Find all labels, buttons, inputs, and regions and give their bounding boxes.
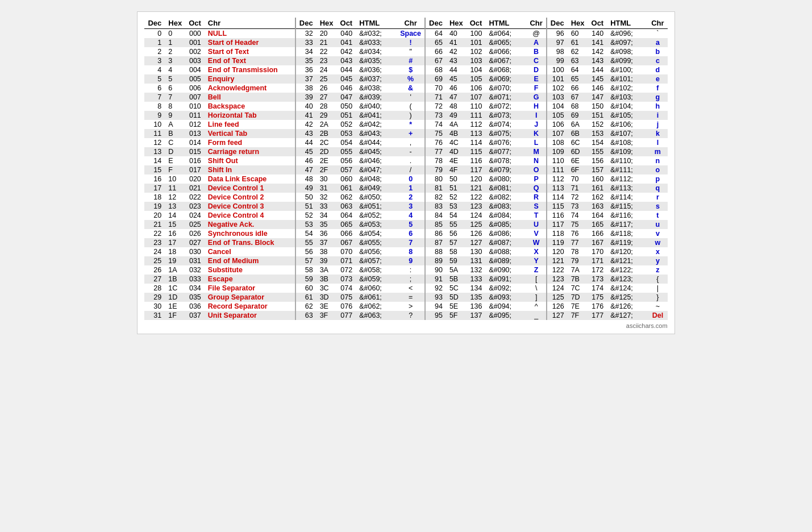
cell-dec4: 100	[547, 65, 568, 74]
cell-html3: &#093;	[485, 293, 526, 302]
cell-dec: 30	[144, 302, 165, 311]
cell-oct: 023	[185, 202, 205, 211]
cell-hex4: 7E	[568, 302, 588, 311]
cell-chr2: ;	[397, 275, 425, 284]
cell-chr4: r	[648, 193, 667, 202]
cell-oct2: 054	[337, 138, 356, 147]
cell-hex: 10	[165, 174, 185, 184]
cell-dec: 8	[144, 102, 165, 111]
table-row: 2115025Negative Ack.5335065&#053;5855512…	[144, 220, 667, 229]
cell-html3: &#070;	[485, 84, 526, 93]
cell-hex: 14	[165, 211, 185, 220]
cell-oct3: 112	[467, 120, 486, 129]
cell-hex2: 2C	[317, 138, 337, 147]
cell-chr3: G	[526, 93, 546, 102]
header-html-4: HTML	[607, 18, 648, 29]
cell-name: File Separator	[205, 284, 295, 293]
cell-html2: &#060;	[356, 284, 397, 293]
cell-oct4: 166	[588, 229, 607, 238]
cell-hex3: 53	[446, 202, 467, 211]
cell-hex: C	[165, 138, 185, 147]
cell-oct2: 053	[337, 129, 356, 138]
cell-html3: &#071;	[485, 93, 526, 102]
header-oct-1: Oct	[185, 18, 205, 29]
cell-html3: &#064;	[485, 29, 526, 39]
cell-hex4: 71	[568, 184, 588, 193]
cell-chr2: +	[397, 129, 425, 138]
cell-chr4: h	[648, 102, 667, 111]
cell-dec2: 59	[295, 275, 317, 284]
cell-oct3: 107	[467, 93, 486, 102]
cell-chr3: Z	[526, 265, 546, 275]
table-row: 2317027End of Trans. Block5537067&#055;7…	[144, 238, 667, 247]
cell-oct3: 134	[467, 284, 486, 293]
cell-hex: A	[165, 120, 185, 129]
cell-hex4: 67	[568, 93, 588, 102]
cell-oct3: 120	[467, 174, 486, 184]
cell-hex3: 54	[446, 211, 467, 220]
cell-dec4: 101	[547, 74, 568, 84]
cell-dec3: 89	[425, 256, 446, 265]
cell-hex4: 75	[568, 220, 588, 229]
cell-dec2: 40	[295, 102, 317, 111]
cell-html2: &#045;	[356, 147, 397, 156]
cell-oct2: 076	[337, 302, 356, 311]
cell-dec3: 84	[425, 211, 446, 220]
cell-dec2: 45	[295, 147, 317, 156]
cell-hex: E	[165, 156, 185, 165]
cell-dec2: 61	[295, 293, 317, 302]
cell-hex2: 36	[317, 229, 337, 238]
cell-hex: 19	[165, 256, 185, 265]
cell-oct2: 047	[337, 93, 356, 102]
cell-name: Carriage return	[205, 147, 295, 156]
cell-html2: &#035;	[356, 56, 397, 65]
cell-oct: 007	[185, 93, 205, 102]
cell-name: End of Transmission	[205, 65, 295, 74]
cell-dec: 4	[144, 65, 165, 74]
cell-chr2: *	[397, 120, 425, 129]
cell-oct4: 164	[588, 211, 607, 220]
cell-dec2: 32	[295, 29, 317, 39]
cell-chr4: x	[648, 247, 667, 256]
cell-html4: &#122;	[607, 265, 648, 275]
cell-oct: 022	[185, 193, 205, 202]
cell-chr2: 3	[397, 202, 425, 211]
cell-dec3: 78	[425, 156, 446, 165]
cell-hex4: 7B	[568, 275, 588, 284]
cell-html2: &#037;	[356, 74, 397, 84]
cell-hex2: 35	[317, 220, 337, 229]
cell-dec: 0	[144, 29, 165, 39]
cell-html2: &#046;	[356, 156, 397, 165]
cell-oct2: 061	[337, 184, 356, 193]
cell-dec3: 65	[425, 38, 446, 47]
cell-hex2: 34	[317, 211, 337, 220]
cell-chr2: "	[397, 47, 425, 56]
cell-oct3: 104	[467, 65, 486, 74]
cell-chr3: S	[526, 202, 546, 211]
cell-html2: &#041;	[356, 111, 397, 120]
cell-oct4: 146	[588, 84, 607, 93]
table-row: 77007Bell3927047&#039;'7147107&#071;G103…	[144, 93, 667, 102]
cell-dec3: 80	[425, 174, 446, 184]
table-row: 311F037Unit Separator633F077&#063;?955F1…	[144, 311, 667, 320]
cell-hex: B	[165, 129, 185, 138]
cell-dec2: 43	[295, 129, 317, 138]
cell-oct: 006	[185, 84, 205, 93]
cell-oct: 027	[185, 238, 205, 247]
cell-oct2: 064	[337, 211, 356, 220]
table-row: 14E016Shift Out462E056&#046;.784E116&#07…	[144, 156, 667, 165]
cell-html4: &#109;	[607, 147, 648, 156]
cell-html3: &#090;	[485, 265, 526, 275]
cell-dec2: 33	[295, 38, 317, 47]
cell-html2: &#042;	[356, 120, 397, 129]
header-hex-3: Hex	[446, 18, 467, 29]
cell-hex3: 55	[446, 220, 467, 229]
table-row: 271B033Escape593B073&#059;;915B133&#091;…	[144, 275, 667, 284]
cell-html3: &#094;	[485, 302, 526, 311]
cell-hex2: 31	[317, 184, 337, 193]
cell-chr4: f	[648, 84, 667, 93]
cell-dec: 5	[144, 74, 165, 84]
cell-dec3: 71	[425, 93, 446, 102]
cell-oct2: 063	[337, 202, 356, 211]
cell-html3: &#087;	[485, 238, 526, 247]
